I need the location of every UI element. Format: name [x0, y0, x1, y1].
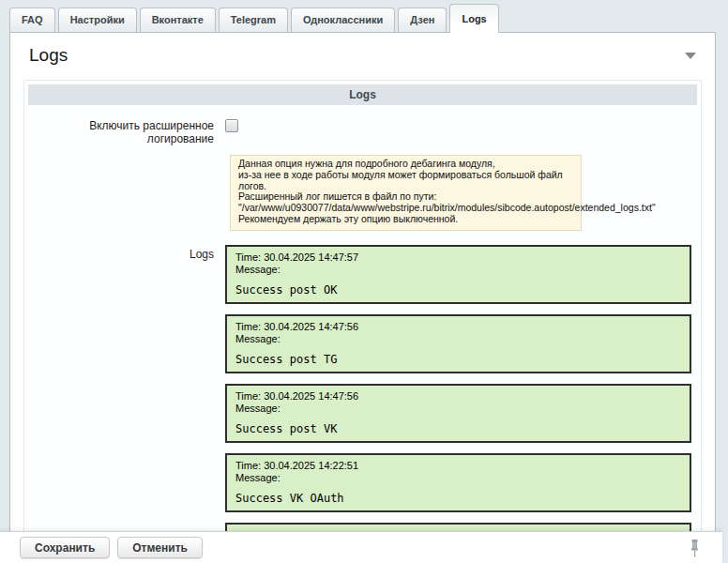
log-message-text: Success post TG: [235, 354, 681, 366]
log-message-text: Success post VK: [235, 423, 681, 435]
log-time: Time: 30.04.2025 14:47:56: [235, 321, 681, 334]
log-entry: Time: 30.04.2025 14:22:51 Message: Succe…: [225, 453, 691, 512]
tab-vkontakte[interactable]: Вконтакте: [140, 8, 216, 32]
log-entry: Time: 30.04.2025 14:47:56 Message: Succe…: [225, 384, 691, 443]
log-message-text: Success post OK: [235, 284, 681, 297]
tab-logs[interactable]: Logs: [449, 4, 498, 33]
save-button[interactable]: Сохранить: [20, 537, 110, 558]
log-time: Time: 30.04.2025 14:47:56: [235, 390, 681, 403]
extended-logging-row: Включить расширенное логирование: [28, 116, 697, 145]
page-title: Logs: [29, 45, 68, 66]
log-message-label: Message:: [235, 403, 681, 416]
note-line: из-за нее в ходе работы модуля может фор…: [238, 170, 573, 192]
note-line: Рекомендуем держать эту опцию выключенно…: [238, 214, 573, 225]
tab-odnoklassniki[interactable]: Одноклассники: [291, 8, 395, 32]
log-message-text: Success VK OAuth: [235, 493, 681, 505]
form-content-area: Logs Logs Включить расширенное логирован…: [9, 32, 716, 531]
extended-logging-checkbox[interactable]: [225, 119, 238, 132]
log-time: Time: 30.04.2025 14:22:51: [235, 460, 681, 473]
pin-footer-icon[interactable]: [690, 540, 700, 561]
log-message-label: Message:: [235, 472, 681, 485]
tab-dzen[interactable]: Дзен: [398, 8, 447, 32]
logs-list-row: Logs Time: 30.04.2025 14:47:57 Message: …: [28, 245, 697, 531]
tab-bar: FAQ Настройки Вконтакте Telegram Однокла…: [9, 0, 716, 32]
note-row: Данная опция нужна для подробного дебаги…: [28, 155, 697, 231]
log-message-label: Message:: [235, 264, 681, 277]
extended-logging-note: Данная опция нужна для подробного дебаги…: [230, 155, 582, 231]
form-footer: Сохранить Отменить: [0, 531, 722, 563]
log-entry: Time: 25.04.2025 09:51:29 Message: Succe…: [225, 523, 691, 531]
log-entry: Time: 30.04.2025 14:47:57 Message: Succe…: [225, 245, 691, 304]
logs-form: Logs Включить расширенное логирование Да…: [23, 80, 702, 531]
logs-list: Time: 30.04.2025 14:47:57 Message: Succe…: [223, 245, 691, 531]
log-message-label: Message:: [235, 333, 681, 346]
collapse-section-icon[interactable]: [685, 53, 696, 59]
log-entry: Time: 30.04.2025 14:47:56 Message: Succe…: [225, 314, 691, 373]
logs-field-label: Logs: [28, 245, 223, 261]
tab-faq[interactable]: FAQ: [9, 8, 55, 32]
tab-settings[interactable]: Настройки: [58, 8, 137, 32]
extended-logging-label: Включить расширенное логирование: [28, 116, 223, 145]
tab-telegram[interactable]: Telegram: [219, 8, 288, 32]
log-time: Time: 30.04.2025 14:47:57: [235, 251, 681, 265]
form-section-header: Logs: [28, 84, 697, 105]
page-header: Logs: [10, 33, 715, 76]
cancel-button[interactable]: Отменить: [117, 537, 203, 558]
